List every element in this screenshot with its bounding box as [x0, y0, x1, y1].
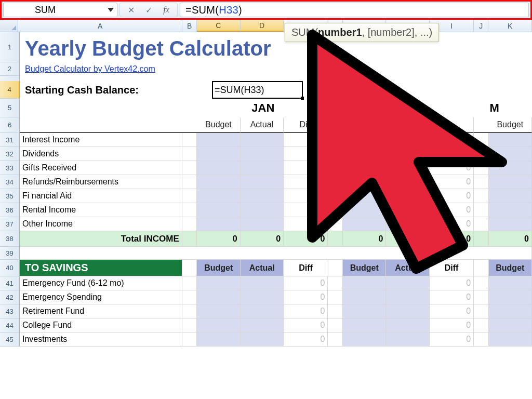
worksheet-grid[interactable]: 1 Yearly Budget Calculator 2 Budget Calc…	[0, 32, 532, 347]
row-header[interactable]: 39	[0, 247, 20, 260]
budget-cell[interactable]	[343, 161, 386, 175]
actual-cell[interactable]	[386, 203, 429, 217]
dropdown-icon[interactable]	[108, 8, 114, 12]
active-cell-editing[interactable]: =SUM(H33)	[212, 81, 303, 99]
budget-cell[interactable]	[489, 189, 532, 203]
column-header[interactable]: A	[18, 20, 182, 32]
budget-cell[interactable]	[343, 304, 386, 318]
budget-cell[interactable]	[197, 304, 240, 318]
actual-cell[interactable]	[241, 189, 284, 203]
row-header[interactable]: 36	[0, 203, 20, 217]
actual-cell[interactable]	[386, 133, 429, 147]
budget-cell[interactable]	[489, 203, 532, 217]
budget-cell[interactable]	[197, 203, 240, 217]
row-header[interactable]: 43	[0, 304, 20, 318]
budget-cell[interactable]	[197, 217, 240, 231]
actual-cell[interactable]	[241, 217, 284, 231]
cancel-icon[interactable]: ✕	[122, 3, 140, 17]
row-header[interactable]: 34	[0, 175, 20, 189]
column-header[interactable]: J	[474, 20, 488, 32]
row-header[interactable]: 31	[0, 133, 20, 147]
budget-cell[interactable]	[197, 318, 240, 332]
budget-cell[interactable]	[343, 203, 386, 217]
budget-cell[interactable]	[343, 147, 386, 161]
row-label[interactable]: Other Income	[20, 217, 182, 231]
actual-cell[interactable]	[241, 332, 284, 347]
actual-cell[interactable]	[386, 217, 429, 231]
row-header[interactable]: 40	[0, 260, 20, 276]
accept-icon[interactable]: ✓	[140, 3, 157, 17]
column-header[interactable]: D	[241, 20, 284, 32]
actual-cell[interactable]	[386, 318, 429, 332]
row-header[interactable]: 44	[0, 318, 20, 332]
budget-cell[interactable]	[489, 304, 532, 318]
budget-cell[interactable]	[197, 332, 240, 347]
actual-cell[interactable]	[386, 189, 429, 203]
name-box[interactable]: SUM	[3, 3, 117, 17]
select-all-corner[interactable]	[0, 20, 18, 32]
row-label[interactable]: Interest Income	[20, 133, 182, 147]
actual-cell[interactable]	[241, 318, 284, 332]
formula-input[interactable]: =SUM(H33)	[180, 3, 529, 17]
row-header[interactable]: 32	[0, 147, 20, 161]
actual-cell[interactable]	[241, 133, 284, 147]
row-header[interactable]: 37	[0, 217, 20, 231]
actual-cell[interactable]	[241, 203, 284, 217]
actual-cell[interactable]	[241, 147, 284, 161]
budget-cell[interactable]	[489, 217, 532, 231]
budget-cell[interactable]	[489, 161, 532, 175]
column-header[interactable]: K	[488, 20, 532, 32]
fx-icon[interactable]: fx	[157, 3, 175, 17]
budget-cell[interactable]	[343, 175, 386, 189]
actual-cell[interactable]	[386, 304, 429, 318]
budget-cell[interactable]	[343, 290, 386, 304]
row-label[interactable]: Emergency Spending	[20, 290, 182, 304]
budget-cell[interactable]	[197, 175, 240, 189]
actual-cell[interactable]	[386, 332, 429, 347]
actual-cell[interactable]	[386, 161, 429, 175]
budget-cell[interactable]	[197, 290, 240, 304]
row-header[interactable]	[0, 76, 20, 81]
column-header[interactable]: C	[197, 20, 241, 32]
actual-cell[interactable]	[241, 276, 284, 290]
budget-cell[interactable]	[343, 189, 386, 203]
budget-cell[interactable]	[489, 332, 532, 347]
row-label[interactable]: Dividends	[20, 147, 182, 161]
column-header[interactable]: B	[182, 20, 197, 32]
row-label[interactable]: Rental Income	[20, 203, 182, 217]
row-header[interactable]: 45	[0, 332, 20, 347]
budget-cell[interactable]	[489, 276, 532, 290]
subtitle-link[interactable]: Budget Calculator by Vertex42.com	[20, 62, 532, 76]
budget-cell[interactable]	[197, 147, 240, 161]
actual-cell[interactable]	[241, 304, 284, 318]
row-header[interactable]: 41	[0, 276, 20, 290]
row-header[interactable]: 35	[0, 189, 20, 203]
row-header[interactable]: 6	[0, 117, 20, 133]
row-header[interactable]: 38	[0, 231, 20, 247]
budget-cell[interactable]	[343, 217, 386, 231]
actual-cell[interactable]	[386, 175, 429, 189]
budget-cell[interactable]	[197, 161, 240, 175]
actual-cell[interactable]	[386, 290, 429, 304]
budget-cell[interactable]	[489, 147, 532, 161]
actual-cell[interactable]	[241, 161, 284, 175]
row-label[interactable]: Emergency Fund (6-12 mo)	[20, 276, 182, 290]
row-header[interactable]: 1	[0, 32, 20, 62]
row-header[interactable]: 33	[0, 161, 20, 175]
row-label[interactable]: Retirement Fund	[20, 304, 182, 318]
budget-cell[interactable]	[197, 189, 240, 203]
actual-cell[interactable]	[386, 147, 429, 161]
budget-cell[interactable]	[489, 175, 532, 189]
budget-cell[interactable]	[197, 276, 240, 290]
budget-cell[interactable]	[343, 332, 386, 347]
budget-cell[interactable]	[489, 318, 532, 332]
actual-cell[interactable]	[386, 276, 429, 290]
row-header[interactable]: 42	[0, 290, 20, 304]
row-header[interactable]: 2	[0, 62, 20, 76]
budget-cell[interactable]	[489, 290, 532, 304]
budget-cell[interactable]	[489, 133, 532, 147]
actual-cell[interactable]	[241, 290, 284, 304]
row-label[interactable]: Gifts Received	[20, 161, 182, 175]
budget-cell[interactable]	[343, 276, 386, 290]
row-label[interactable]: Refunds/Reimbursements	[20, 175, 182, 189]
